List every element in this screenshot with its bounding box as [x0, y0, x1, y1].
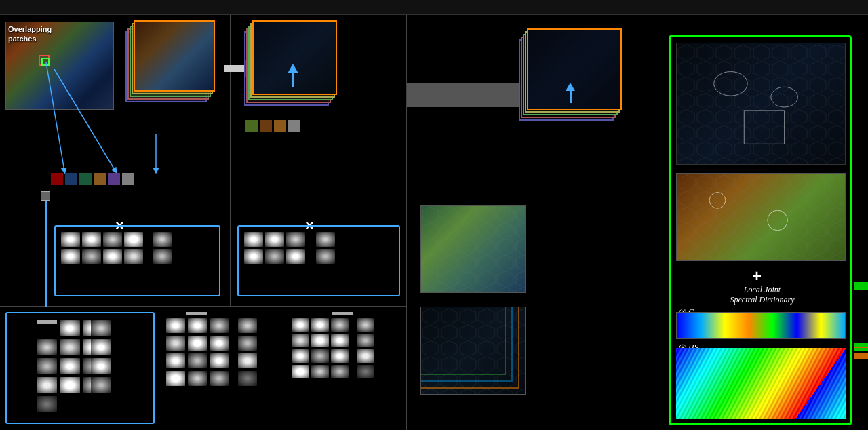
patch [61, 249, 80, 264]
spacer [231, 336, 235, 351]
left-top: Overlapping patches [0, 15, 406, 307]
patch-mid [188, 336, 207, 351]
inner-arrow-head [288, 64, 298, 73]
patch-br [357, 365, 374, 378]
spacer [351, 334, 355, 347]
patch-mid [210, 318, 229, 333]
patch-br [357, 318, 374, 332]
patch [61, 232, 80, 247]
patch-bl [60, 320, 80, 336]
patch-br [292, 349, 309, 363]
oa-body [854, 353, 868, 359]
patch [286, 232, 305, 247]
patch [316, 232, 335, 247]
patch-bl [37, 377, 57, 393]
green-box-top-img [676, 43, 846, 165]
svg-rect-5 [421, 206, 525, 292]
patch-bl [91, 320, 111, 336]
patch [82, 249, 101, 264]
local-joint-label: Local Joint Spectral Dictionary [691, 285, 833, 305]
dhs-colormap [676, 348, 846, 419]
main-container: Overlapping patches [0, 0, 868, 430]
stacked-cards-left [125, 20, 214, 112]
right-panel: + Local Joint Spectral Dictionary 𝒟_C 𝒟_… [407, 15, 868, 430]
spacer [231, 371, 235, 386]
patch [103, 232, 122, 247]
left-top-left: Overlapping patches [0, 15, 231, 306]
spacer [14, 358, 19, 374]
swatch-5 [108, 173, 120, 185]
hex-stack-3 [420, 307, 506, 375]
patch [82, 232, 101, 247]
patch-mid [188, 318, 207, 333]
grid-br [292, 318, 400, 378]
patch-br [331, 318, 349, 332]
dict-patches-bottom-right [292, 312, 400, 424]
dc-colormap [676, 312, 846, 339]
spacer [14, 377, 19, 393]
patch-mid [238, 318, 257, 333]
green-box-mid-img [676, 173, 846, 261]
patch-mid [238, 371, 257, 386]
dsc-top [527, 28, 622, 110]
patch-mid [210, 353, 229, 368]
swatch-1 [51, 173, 63, 185]
swatch-2 [65, 173, 77, 185]
dict-patches-left [56, 227, 219, 269]
patch-mid [166, 318, 185, 333]
patch-mid [166, 353, 185, 368]
patch-bl [60, 377, 80, 393]
rswatch-2 [260, 120, 272, 132]
spacer [231, 353, 235, 368]
arrow-body [224, 65, 244, 72]
rswatch-3 [274, 120, 286, 132]
stacked-cards-right-upper [244, 20, 339, 112]
ga-body [854, 282, 868, 290]
marker-br [332, 312, 353, 315]
patch-br [357, 334, 374, 347]
patch-bl [37, 396, 57, 412]
swatch-3 [79, 173, 92, 185]
patch-bl [91, 377, 111, 393]
wua-body [570, 91, 572, 103]
spacer [307, 232, 314, 247]
large-arrow-body [407, 83, 522, 107]
content-area: Overlapping patches [0, 15, 868, 430]
patch-mid [210, 371, 229, 386]
dict-patches-bottom-mid [166, 312, 281, 424]
spacer [351, 365, 355, 378]
patch [316, 249, 335, 264]
patch [265, 232, 284, 247]
spacer [351, 318, 355, 332]
patch-bl [37, 339, 57, 355]
patch-mid [238, 336, 257, 351]
patch [153, 249, 172, 264]
hex-img-left-top [420, 205, 526, 293]
patch-mid [188, 371, 207, 386]
stacked-dark-cards-mid [519, 28, 624, 127]
junction-square [41, 191, 50, 201]
dict-patches-bottom-left [7, 313, 153, 419]
patch-bl [60, 339, 80, 355]
rswatch-1 [245, 120, 258, 132]
patch-br [311, 349, 329, 363]
marker-mid [186, 312, 207, 315]
patch [124, 249, 143, 264]
green-arrow-right [854, 279, 868, 293]
grid-mid [166, 318, 281, 386]
patch-br [331, 334, 349, 347]
left-bottom [0, 307, 406, 430]
svg-point-8 [714, 72, 747, 96]
patch-br [292, 365, 309, 378]
patch-mid [188, 353, 207, 368]
patch-bl [91, 358, 111, 374]
swatch-4 [94, 173, 106, 185]
patch [124, 232, 143, 247]
spacer [307, 249, 314, 264]
spacer [145, 232, 151, 247]
spacer [14, 396, 19, 412]
spacer [145, 249, 151, 264]
svg-point-12 [709, 193, 726, 209]
marker-top [37, 320, 57, 324]
patch-bl [60, 358, 80, 374]
